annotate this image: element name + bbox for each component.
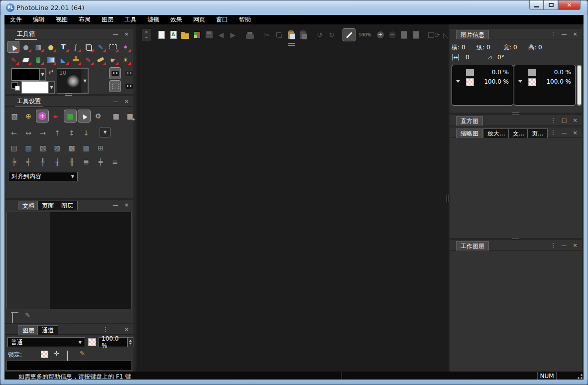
menu-window[interactable]: 窗口 — [211, 15, 234, 24]
document-panel-close-icon[interactable]: × — [122, 201, 130, 209]
background-color-dropdown[interactable]: ▼ — [48, 81, 55, 94]
toolbar-splitter[interactable] — [288, 43, 295, 46]
align-top-icon[interactable]: ↑ — [51, 127, 63, 139]
minimize-button[interactable] — [529, 0, 544, 10]
menu-effects[interactable]: 效果 — [165, 15, 188, 24]
align-object-right-icon[interactable]: ▧ — [37, 142, 49, 154]
grid-add-icon[interactable]: ▦+ — [123, 110, 136, 123]
maximize-button[interactable] — [544, 0, 558, 10]
histogram-close-icon[interactable]: × — [571, 117, 579, 124]
lock-transparency-icon[interactable] — [41, 351, 48, 358]
layer-list[interactable] — [6, 361, 132, 371]
tab-histogram[interactable]: 直方图 — [456, 116, 483, 126]
close-button[interactable]: ✕ — [558, 0, 581, 10]
paste-special-icon[interactable] — [297, 28, 309, 41]
browse-icon[interactable] — [191, 28, 203, 41]
document-list[interactable] — [6, 212, 132, 309]
foreground-color-dropdown[interactable]: ▼ — [39, 68, 46, 81]
swap-colors-icon[interactable]: ⇄ — [49, 69, 53, 75]
transform-icon[interactable]: ⟳ — [428, 28, 440, 41]
image-info-scrollbar[interactable] — [577, 65, 582, 106]
layers-close-icon[interactable]: × — [122, 326, 130, 333]
cut-icon[interactable]: ✂ — [261, 28, 273, 41]
crosshair-icon[interactable]: ⊕ — [22, 110, 35, 123]
tab-work-layer[interactable]: 工作图层 — [456, 241, 489, 251]
work-layer-content[interactable] — [450, 251, 582, 372]
tool-rect-select[interactable] — [107, 41, 119, 53]
scrollbar-thumb[interactable] — [578, 66, 581, 105]
tool-settings-close-icon[interactable]: × — [122, 98, 130, 105]
tool-light-brush[interactable]: ☀ — [119, 54, 131, 66]
brush-preview[interactable]: 10 ▼ — [57, 68, 89, 94]
zoom-in-icon[interactable]: + — [374, 28, 386, 41]
menu-file[interactable]: 文件 — [4, 15, 27, 24]
copy-icon[interactable] — [273, 28, 285, 41]
work-layer-menu-icon[interactable]: ⋮ — [549, 242, 557, 249]
image-info-menu-icon[interactable]: ⋮ — [549, 30, 557, 38]
redo-icon[interactable]: ↻ — [326, 28, 338, 41]
histogram-menu-icon[interactable]: ⋮ — [549, 117, 557, 124]
menu-filter[interactable]: 滤镜 — [142, 15, 165, 24]
align-object-center-icon[interactable]: ▥ — [22, 142, 34, 154]
distribute-bottom-icon[interactable]: ≣ — [80, 156, 92, 168]
fit-page-icon[interactable] — [398, 28, 410, 41]
tab-page-view[interactable]: 页... — [527, 128, 548, 138]
brush-dropdown[interactable]: ▼ — [82, 69, 88, 93]
tool-magic-wand[interactable]: ✶ — [119, 41, 131, 53]
menu-layout[interactable]: 布局 — [73, 15, 96, 24]
lock-edit-icon[interactable]: ✎ — [80, 350, 85, 357]
tab-thumbnail[interactable]: 缩略图 — [456, 128, 483, 138]
align-options-dropdown[interactable]: ▼ — [100, 127, 111, 137]
paste-icon[interactable] — [285, 28, 297, 41]
tool-move[interactable]: ▲ — [7, 41, 19, 53]
add-point-icon[interactable]: + — [36, 110, 49, 123]
view-panel-menu-icon[interactable]: ⋮ — [549, 129, 557, 136]
align-center-h-icon[interactable]: ↔ — [22, 127, 34, 139]
align-right-icon[interactable]: → — [37, 127, 49, 139]
tab-page[interactable]: 页面 — [37, 201, 58, 210]
align-object-both-icon[interactable]: ⊞ — [95, 142, 107, 154]
distribute-left-icon[interactable]: ┾ — [8, 156, 20, 168]
color-readout-right[interactable]: 0.0 % 100.0 % — [514, 65, 576, 106]
selection-mode-toggle[interactable] — [109, 80, 121, 92]
layer-arrange-icon[interactable]: ► — [50, 110, 63, 123]
resize-grip[interactable] — [577, 373, 583, 380]
opacity-stepper[interactable] — [127, 337, 133, 347]
tool-text[interactable]: T — [57, 41, 69, 53]
layers-menu-icon[interactable]: ⋮ — [102, 326, 110, 333]
tool-crop[interactable] — [82, 41, 94, 53]
work-layer-close-icon[interactable]: × — [571, 242, 579, 249]
tool-path[interactable]: ∫ — [70, 41, 82, 53]
tool-shape[interactable]: ● — [45, 41, 57, 53]
title-bar[interactable]: PL PhotoLine 22.01 (64) ✕ — [0, 0, 588, 15]
preview-mode-icon[interactable]: ▧ — [8, 110, 21, 123]
tool-distort-brush[interactable]: ▦ — [32, 41, 44, 53]
tool-airbrush[interactable] — [32, 54, 44, 66]
new-document-icon[interactable] — [155, 28, 167, 41]
delete-document-icon[interactable] — [12, 313, 13, 323]
histogram-maximize-icon[interactable]: □ — [560, 117, 568, 124]
align-object-top-icon[interactable]: ▨ — [51, 142, 63, 154]
view-panel-minimize-icon[interactable]: — — [560, 129, 568, 136]
zoom-out-icon[interactable]: − — [386, 28, 398, 41]
save-icon[interactable] — [203, 28, 215, 41]
fit-width-icon[interactable] — [410, 28, 422, 41]
thumbnail-content[interactable] — [450, 138, 582, 238]
tool-lasso[interactable]: ● — [20, 41, 32, 53]
back-icon[interactable]: ◀ — [215, 28, 227, 41]
blend-mode-select[interactable]: 普通▼ — [7, 337, 85, 347]
view-panel-close-icon[interactable]: × — [571, 129, 579, 136]
right-dock-splitter[interactable] — [447, 195, 449, 202]
layer-opacity-value[interactable]: 100.0 % — [99, 337, 127, 347]
color-readout-left[interactable]: 0.0 % 100.0 % — [452, 65, 513, 106]
tool-fill-bucket[interactable]: ◣ — [57, 54, 69, 66]
tab-layers[interactable]: 图层 — [18, 325, 39, 335]
tab-channels[interactable]: 通道 — [37, 325, 58, 335]
grid-icon[interactable]: ▦ — [110, 110, 122, 123]
flip-icon[interactable]: ◺ — [440, 28, 449, 41]
menu-layer[interactable]: 图层 — [96, 15, 119, 24]
distribute-h-space-icon[interactable]: ╪ — [95, 156, 107, 168]
toolbox-splitter[interactable] — [65, 93, 72, 96]
image-info-minimize-icon[interactable]: — — [560, 30, 568, 38]
left-dropdown-icon[interactable] — [456, 80, 460, 83]
